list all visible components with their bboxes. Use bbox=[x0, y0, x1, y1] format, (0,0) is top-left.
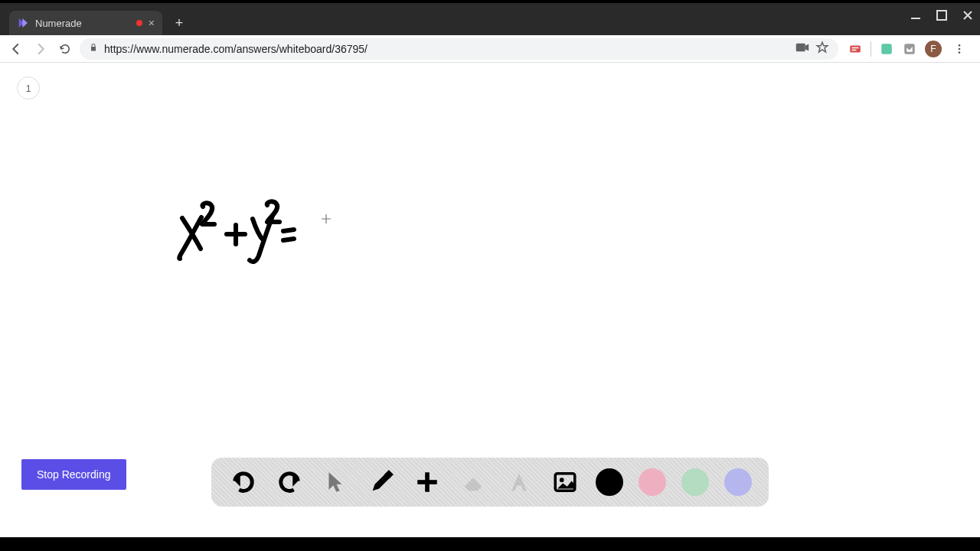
address-bar: https://www.numerade.com/answers/whitebo… bbox=[0, 35, 980, 63]
pen-tool[interactable] bbox=[366, 467, 397, 497]
whiteboard-toolbar bbox=[211, 458, 769, 507]
color-purple[interactable] bbox=[724, 468, 752, 496]
pointer-tool[interactable] bbox=[320, 467, 351, 497]
svg-rect-0 bbox=[911, 18, 920, 19]
tab-title: Numerade bbox=[35, 18, 130, 29]
svg-rect-6 bbox=[881, 44, 892, 54]
svg-point-15 bbox=[560, 478, 564, 482]
browser-menu-icon[interactable] bbox=[949, 39, 969, 59]
new-tab-button[interactable]: + bbox=[168, 12, 190, 34]
svg-rect-5 bbox=[852, 49, 857, 51]
svg-rect-2 bbox=[796, 44, 805, 52]
close-window-button[interactable] bbox=[960, 8, 975, 23]
extension-icon[interactable] bbox=[879, 41, 894, 57]
svg-rect-3 bbox=[850, 45, 861, 52]
recording-indicator-icon bbox=[136, 20, 142, 26]
color-black[interactable] bbox=[596, 468, 623, 496]
redo-button[interactable] bbox=[274, 467, 305, 497]
url-text: https://www.numerade.com/answers/whitebo… bbox=[104, 43, 789, 55]
image-tool[interactable] bbox=[550, 467, 580, 497]
svg-rect-1 bbox=[937, 11, 946, 20]
svg-point-10 bbox=[959, 51, 961, 54]
svg-point-8 bbox=[959, 44, 961, 47]
url-field[interactable]: https://www.numerade.com/answers/whitebo… bbox=[80, 38, 838, 60]
browser-tab[interactable]: Numerade × bbox=[9, 11, 162, 35]
minimize-button[interactable] bbox=[908, 8, 923, 23]
svg-rect-4 bbox=[852, 47, 859, 48]
reload-button[interactable] bbox=[55, 39, 75, 59]
whiteboard-canvas[interactable]: 1 Stop Recording bbox=[0, 63, 980, 537]
undo-button[interactable] bbox=[228, 467, 259, 497]
svg-rect-13 bbox=[417, 480, 437, 484]
stop-recording-button[interactable]: Stop Recording bbox=[21, 459, 126, 490]
tab-close-icon[interactable]: × bbox=[149, 17, 155, 29]
forward-button[interactable] bbox=[31, 39, 51, 59]
color-green[interactable] bbox=[681, 468, 709, 496]
extension-icon[interactable] bbox=[848, 41, 863, 57]
add-tool[interactable] bbox=[412, 467, 443, 497]
window-controls bbox=[908, 8, 975, 23]
crosshair-cursor-icon bbox=[322, 214, 331, 226]
extension-icon[interactable] bbox=[902, 41, 917, 57]
svg-rect-7 bbox=[904, 44, 915, 54]
eraser-tool[interactable] bbox=[458, 467, 488, 497]
color-pink[interactable] bbox=[639, 468, 666, 496]
text-tool[interactable] bbox=[504, 467, 534, 497]
back-button[interactable] bbox=[6, 39, 26, 59]
camera-icon[interactable] bbox=[795, 42, 809, 55]
maximize-button[interactable] bbox=[934, 8, 949, 23]
profile-avatar[interactable]: F bbox=[925, 41, 942, 57]
svg-point-9 bbox=[959, 47, 961, 50]
extension-icons: F bbox=[843, 39, 974, 59]
lock-icon bbox=[89, 43, 98, 54]
browser-tab-strip: Numerade × + bbox=[0, 3, 980, 35]
bookmark-star-icon[interactable] bbox=[815, 41, 829, 57]
tab-favicon-icon bbox=[17, 17, 29, 29]
